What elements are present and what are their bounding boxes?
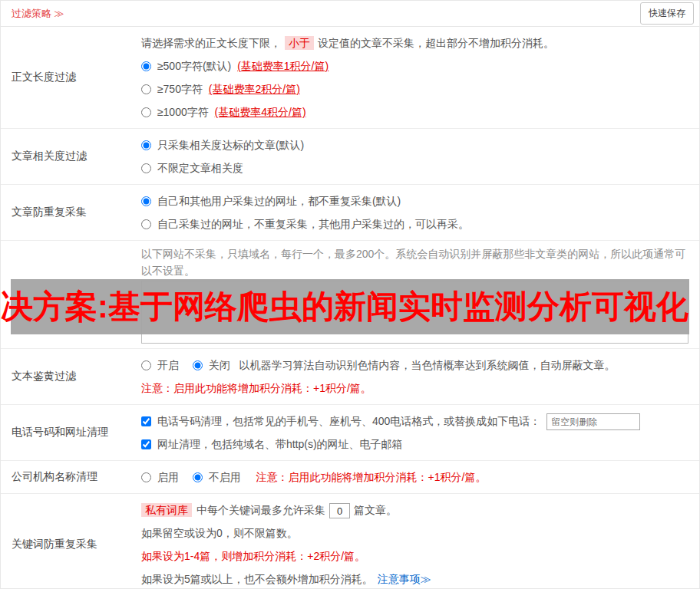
phone-clean-text: 电话号码清理，包括常见的手机号、座机号、400电话格式，或替换成如下电话： (157, 415, 540, 427)
length-option-1000-label[interactable]: ≥1000字符 (基础费率4积分/篇) (141, 100, 306, 123)
relevance-any-label[interactable]: 不限定文章相关度 (141, 156, 243, 179)
row-relevance-filter: 文章相关度过滤 只采集相关度达标的文章(默认) 不限定文章相关度 (1, 129, 699, 185)
length-500-text: ≥500字符(默认) (157, 60, 231, 72)
keyword-rule-empty: 如果留空或设为0，则不限篇数。 (141, 522, 688, 545)
phone-clean-line: 电话号码清理，包括常见的手机号、座机号、400电话格式，或替换成如下电话： (141, 410, 688, 433)
porn-description: 以机器学习算法自动识别色情内容，当色情概率达到系统阈值，自动屏蔽文章。 (239, 359, 616, 371)
filter-strategy-panel: 过滤策略 ≫ 快速保存 正文长度过滤 请选择需求的正文长度下限，小于设定值的文章… (0, 0, 700, 589)
phone-url-content: 电话号码清理，包括常见的手机号、座机号、400电话格式，或替换成如下电话： 网址… (141, 405, 699, 460)
length-1000-fee: (基础费率4积分/篇) (215, 106, 306, 118)
relevance-content: 只采集相关度达标的文章(默认) 不限定文章相关度 (141, 129, 699, 184)
replacement-phone-input[interactable] (546, 413, 640, 430)
dedup-content: 自己和其他用户采集过的网址，都不重复采集(默认) 自己采集过的网址，不重复采集，… (141, 185, 699, 240)
row-length-filter: 正文长度过滤 请选择需求的正文长度下限，小于设定值的文章不采集，超出部分不增加积… (1, 27, 699, 129)
url-clean-label[interactable]: 网址清理，包括纯域名、带http(s)的网址、电子邮箱 (141, 433, 403, 456)
relevance-option-1: 只采集相关度达标的文章(默认) (141, 133, 688, 156)
quick-save-button[interactable]: 快速保存 (640, 2, 694, 25)
dedup-global-radio[interactable] (141, 196, 151, 206)
dedup-option-1: 自己和其他用户采集过的网址，都不重复采集(默认) (141, 189, 688, 212)
length-option-750: ≥750字符 (基础费率2积分/篇) (141, 77, 688, 100)
section-label-relevance: 文章相关度过滤 (1, 129, 141, 184)
length-750-radio[interactable] (141, 84, 151, 94)
company-off-text: 不启用 (209, 471, 241, 483)
length-750-fee: (基础费率2积分/篇) (209, 83, 300, 95)
length-500-radio[interactable] (141, 61, 151, 71)
relevance-any-radio[interactable] (141, 163, 151, 173)
keyword-rule-1-4: 如果设为1-4篇，则增加积分消耗：+2积分/篇。 (141, 545, 688, 568)
watermark-overlay: 决方案:基于网络爬虫的新闻实时监测分析可视化 (11, 279, 689, 334)
company-content: 启用 不启用 注意：启用此功能将增加积分消耗：+1积分/篇。 (141, 461, 699, 493)
section-label-dedup: 文章防重复采集 (1, 185, 141, 240)
relevance-strict-text: 只采集相关度达标的文章(默认) (157, 139, 304, 151)
row-site-block: 以下网站不采集，只填域名，每行一个，最多200个。系统会自动识别并屏蔽那些非文章… (1, 241, 699, 349)
section-label-length-filter: 正文长度过滤 (1, 27, 141, 128)
dedup-option-2: 自己采集过的网址，不重复采集，其他用户采集过的，可以再采。 (141, 212, 688, 235)
section-label-phone-url: 电话号码和网址清理 (1, 405, 141, 460)
private-lexicon-highlight: 私有词库 (141, 503, 192, 517)
length-filter-intro: 请选择需求的正文长度下限，小于设定值的文章不采集，超出部分不增加积分消耗。 (141, 31, 688, 54)
site-block-intro-line2: 以不设置。 (141, 262, 688, 279)
porn-on-label[interactable]: 开启 (141, 354, 179, 377)
relevance-strict-label[interactable]: 只采集相关度达标的文章(默认) (141, 133, 304, 156)
url-clean-checkbox[interactable] (141, 439, 151, 449)
intro-highlight: 小于 (285, 36, 314, 50)
row-phone-url-clean: 电话号码和网址清理 电话号码清理，包括常见的手机号、座机号、400电话格式，或替… (1, 405, 699, 461)
notice-link[interactable]: 注意事项≫ (378, 573, 431, 585)
length-option-1000: ≥1000字符 (基础费率4积分/篇) (141, 100, 688, 123)
company-on-label[interactable]: 启用 (141, 466, 179, 489)
section-label-porn: 文本鉴黄过滤 (1, 349, 141, 404)
company-on-text: 启用 (157, 471, 179, 483)
company-note: 注意：启用此功能将增加积分消耗：+1积分/篇。 (256, 471, 487, 483)
length-option-500-label[interactable]: ≥500字符(默认) (基础费率1积分/篇) (141, 54, 329, 77)
section-label-company: 公司机构名称清理 (1, 461, 141, 493)
url-clean-text: 网址清理，包括纯域名、带http(s)的网址、电子邮箱 (157, 438, 403, 450)
section-label-keyword: 关键词防重复采集 (1, 494, 141, 589)
dedup-self-text: 自己采集过的网址，不重复采集，其他用户采集过的，可以再采。 (157, 218, 469, 230)
row-keyword-dedup: 关键词防重复采集 私有词库中每个关键词最多允许采集篇文章。 如果留空或设为0，则… (1, 494, 699, 589)
url-clean-line: 网址清理，包括纯域名、带http(s)的网址、电子邮箱 (141, 433, 688, 456)
keyword-limit-text-after: 篇文章。 (354, 504, 397, 516)
relevance-any-text: 不限定文章相关度 (157, 162, 243, 174)
porn-note: 注意：启用此功能将增加积分消耗：+1积分/篇。 (141, 377, 688, 400)
relevance-strict-radio[interactable] (141, 140, 151, 150)
row-dedup-filter: 文章防重复采集 自己和其他用户采集过的网址，都不重复采集(默认) 自己采集过的网… (1, 185, 699, 241)
phone-clean-checkbox[interactable] (141, 416, 151, 426)
porn-off-label[interactable]: 关闭 (193, 354, 230, 377)
keyword-rule-5plus-text: 如果设为5篇或以上，也不会额外增加积分消耗。 (141, 573, 373, 585)
page-title: 过滤策略 ≫ (12, 7, 64, 21)
length-1000-text: ≥1000字符 (157, 106, 209, 118)
row-company-clean: 公司机构名称清理 启用 不启用 注意：启用此功能将增加积分消耗：+1积分/篇。 (1, 461, 699, 494)
keyword-limit-input[interactable] (329, 503, 350, 518)
intro-text-after: 设定值的文章不采集，超出部分不增加积分消耗。 (318, 37, 554, 49)
company-off-radio[interactable] (193, 472, 203, 482)
relevance-option-2: 不限定文章相关度 (141, 156, 688, 179)
watermark-text: 决方案:基于网络爬虫的新闻实时监测分析可视化 (1, 285, 688, 328)
company-options-line: 启用 不启用 注意：启用此功能将增加积分消耗：+1积分/篇。 (141, 466, 688, 489)
dedup-global-label[interactable]: 自己和其他用户采集过的网址，都不重复采集(默认) (141, 189, 401, 212)
porn-on-text: 开启 (157, 359, 179, 371)
porn-off-text: 关闭 (209, 359, 230, 371)
site-block-intro-line1: 以下网站不采集，只填域名，每行一个，最多200个。系统会自动识别并屏蔽那些非文章… (141, 245, 688, 262)
keyword-limit-line: 私有词库中每个关键词最多允许采集篇文章。 (141, 499, 688, 522)
company-on-radio[interactable] (141, 472, 151, 482)
length-filter-content: 请选择需求的正文长度下限，小于设定值的文章不采集，超出部分不增加积分消耗。 ≥5… (141, 27, 699, 128)
header-bar: 过滤策略 ≫ 快速保存 (1, 1, 699, 27)
row-porn-filter: 文本鉴黄过滤 开启 关闭 以机器学习算法自动识别色情内容，当色情概率达到系统阈值… (1, 349, 699, 405)
dedup-self-radio[interactable] (141, 219, 151, 229)
porn-options-line: 开启 关闭 以机器学习算法自动识别色情内容，当色情概率达到系统阈值，自动屏蔽文章… (141, 354, 688, 377)
porn-content: 开启 关闭 以机器学习算法自动识别色情内容，当色情概率达到系统阈值，自动屏蔽文章… (141, 349, 699, 404)
porn-on-radio[interactable] (141, 360, 151, 370)
keyword-content: 私有词库中每个关键词最多允许采集篇文章。 如果留空或设为0，则不限篇数。 如果设… (141, 494, 699, 589)
length-option-750-label[interactable]: ≥750字符 (基础费率2积分/篇) (141, 77, 300, 100)
intro-text-before: 请选择需求的正文长度下限， (141, 37, 281, 49)
length-1000-radio[interactable] (141, 107, 151, 117)
keyword-limit-text-before: 中每个关键词最多允许采集 (196, 504, 325, 516)
length-750-text: ≥750字符 (157, 83, 203, 95)
dedup-self-label[interactable]: 自己采集过的网址，不重复采集，其他用户采集过的，可以再采。 (141, 212, 469, 235)
company-off-label[interactable]: 不启用 (193, 466, 241, 489)
porn-off-radio[interactable] (193, 360, 203, 370)
phone-clean-label[interactable]: 电话号码清理，包括常见的手机号、座机号、400电话格式，或替换成如下电话： (141, 410, 540, 433)
dedup-global-text: 自己和其他用户采集过的网址，都不重复采集(默认) (157, 195, 401, 207)
length-option-500: ≥500字符(默认) (基础费率1积分/篇) (141, 54, 688, 77)
keyword-rule-5plus: 如果设为5篇或以上，也不会额外增加积分消耗。注意事项≫ (141, 568, 688, 589)
